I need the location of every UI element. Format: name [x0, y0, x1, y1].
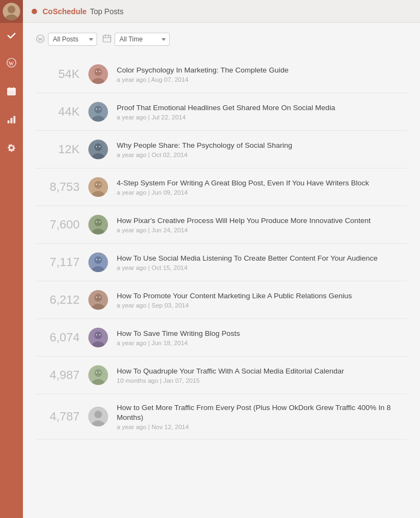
post-type-filter: W All Posts Posts Pages — [36, 33, 97, 46]
post-avatar — [88, 215, 108, 234]
svg-point-54 — [94, 332, 102, 339]
post-meta: a year ago | Sep 03, 2014 — [117, 302, 407, 309]
post-count: 4,787 — [36, 409, 80, 424]
post-avatar — [88, 252, 108, 272]
svg-point-46 — [96, 259, 97, 260]
post-title: How Pixar's Creative Process Will Help Y… — [117, 216, 407, 226]
post-count: 7,600 — [36, 218, 80, 232]
post-meta: a year ago | Nov 12, 2014 — [117, 424, 407, 430]
post-title: How To Quadruple Your Traffic With A Soc… — [117, 366, 407, 376]
svg-rect-5 — [8, 88, 15, 95]
post-count: 6,074 — [36, 330, 80, 345]
svg-text:W: W — [9, 61, 14, 67]
post-title: How To Use Social Media Listening To Cre… — [117, 254, 407, 263]
post-count: 6,212 — [36, 293, 80, 307]
svg-point-59 — [94, 369, 102, 377]
brand-dot — [32, 9, 37, 14]
post-item[interactable]: 12K Why People Share: The Psychology of … — [36, 131, 407, 168]
post-count: 54K — [36, 67, 80, 81]
post-info: How To Quadruple Your Traffic With A Soc… — [117, 366, 407, 384]
svg-point-49 — [94, 294, 102, 302]
post-info: How Pixar's Creative Process Will Help Y… — [117, 216, 407, 234]
svg-point-41 — [96, 221, 97, 222]
post-item[interactable]: 54K Color Psychology In Marketing: The C… — [36, 56, 407, 93]
post-avatar — [88, 140, 108, 159]
post-type-select[interactable]: All Posts Posts Pages — [48, 33, 97, 46]
svg-rect-10 — [10, 118, 13, 123]
brand-name: CoSchedule — [43, 7, 87, 16]
post-meta: a year ago | Jun 24, 2014 — [117, 227, 407, 233]
post-item[interactable]: 8,753 4-Step System For Writing A Great … — [36, 168, 407, 206]
sidebar: W — [0, 0, 23, 518]
wordpress-filter-icon: W — [36, 34, 45, 45]
time-select[interactable]: All Time Last 30 Days Last 90 Days Last … — [115, 33, 170, 46]
post-meta: a year ago | Aug 07, 2014 — [117, 76, 407, 83]
svg-point-39 — [94, 219, 102, 226]
calendar-icon[interactable] — [0, 80, 23, 103]
filters-bar: W All Posts Posts Pages — [36, 33, 407, 46]
post-count: 4,987 — [36, 368, 80, 382]
post-item[interactable]: 6,212 How To Promote Your Content Market… — [36, 281, 407, 319]
post-avatar — [88, 328, 108, 347]
post-item[interactable]: 4,787 How to Get More Traffic From Every… — [36, 394, 407, 439]
svg-point-31 — [96, 146, 97, 147]
post-avatar — [88, 407, 108, 426]
svg-point-29 — [94, 143, 102, 151]
svg-point-42 — [99, 221, 100, 222]
post-info: Why People Share: The Psychology of Soci… — [117, 141, 407, 159]
post-avatar — [88, 177, 108, 197]
post-item[interactable]: 44K Proof That Emotional Headlines Get S… — [36, 93, 407, 131]
svg-point-61 — [96, 372, 97, 373]
post-avatar — [88, 102, 108, 122]
svg-point-36 — [96, 184, 97, 185]
post-item[interactable]: 6,074 How To Save Time Writing Blog Post… — [36, 319, 407, 357]
svg-point-62 — [99, 372, 100, 373]
calendar-filter-icon — [103, 34, 111, 45]
svg-point-51 — [96, 297, 97, 298]
bar-chart-icon[interactable] — [0, 108, 23, 131]
post-title: Proof That Emotional Headlines Get Share… — [117, 103, 407, 113]
post-title: How to Get More Traffic From Every Post … — [117, 403, 407, 422]
posts-list: 54K Color Psychology In Marketing: The C… — [36, 56, 407, 439]
svg-point-57 — [99, 334, 100, 335]
post-info: How To Promote Your Content Marketing Li… — [117, 291, 407, 309]
svg-point-47 — [99, 259, 100, 260]
post-avatar — [88, 365, 108, 385]
svg-point-56 — [96, 334, 97, 335]
post-info: How To Use Social Media Listening To Cre… — [117, 254, 407, 272]
post-info: Color Psychology In Marketing: The Compl… — [117, 65, 407, 83]
svg-point-52 — [99, 297, 100, 298]
svg-point-27 — [99, 109, 100, 110]
wordpress-icon[interactable]: W — [0, 51, 23, 74]
svg-point-22 — [99, 71, 100, 72]
svg-rect-14 — [103, 35, 111, 42]
svg-rect-11 — [14, 116, 16, 124]
time-filter: All Time Last 30 Days Last 90 Days Last … — [103, 33, 170, 46]
avatar[interactable] — [0, 0, 23, 23]
post-item[interactable]: 4,987 How To Quadruple Your Traffic With… — [36, 357, 407, 394]
post-avatar — [88, 64, 108, 84]
post-info: How to Get More Traffic From Every Post … — [117, 403, 407, 430]
post-title: Color Psychology In Marketing: The Compl… — [117, 65, 407, 75]
svg-text:W: W — [38, 37, 43, 42]
content-area: W All Posts Posts Pages — [23, 23, 420, 518]
svg-point-44 — [94, 256, 102, 264]
svg-point-37 — [99, 184, 100, 185]
svg-point-32 — [99, 146, 100, 147]
post-item[interactable]: 7,117 How To Use Social Media Listening … — [36, 244, 407, 281]
svg-point-1 — [8, 5, 15, 13]
post-count: 8,753 — [36, 180, 80, 194]
post-item[interactable]: 7,600 How Pixar's Creative Process Will … — [36, 206, 407, 244]
post-avatar — [88, 290, 108, 310]
post-title: How To Save Time Writing Blog Posts — [117, 329, 407, 339]
post-title: How To Promote Your Content Marketing Li… — [117, 291, 407, 301]
post-meta: a year ago | Jul 22, 2014 — [117, 114, 407, 121]
svg-point-34 — [94, 181, 102, 189]
post-meta: a year ago | Jun 09, 2014 — [117, 189, 407, 196]
gear-icon[interactable] — [0, 136, 23, 159]
page-title: Top Posts — [90, 7, 123, 16]
svg-point-19 — [94, 68, 102, 76]
check-icon[interactable] — [0, 24, 23, 47]
topbar: CoSchedule Top Posts — [23, 0, 420, 23]
svg-rect-9 — [8, 121, 10, 123]
